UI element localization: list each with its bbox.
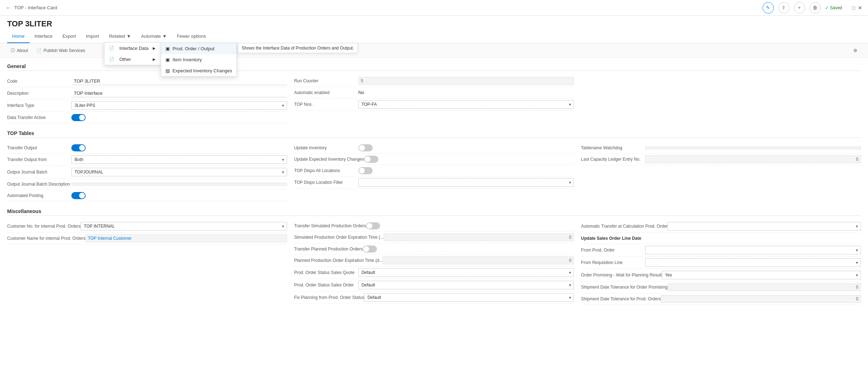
nav-tabs: Home Interface Export Import Related ▼ 📄…: [0, 30, 868, 43]
update-sales-title: Update Sales Order Line Date: [581, 236, 641, 241]
transfer-simulated-toggle[interactable]: [366, 222, 380, 229]
data-transfer-knob: [79, 115, 85, 120]
general-section: General Code Description Interface Type …: [7, 63, 861, 123]
output-journal-desc-value: [71, 183, 287, 186]
top-bar-actions: ✎ ⇧ + 🗑 ✓ Saved □ ✕: [762, 2, 863, 14]
top-nos-select[interactable]: TOP-FA: [358, 100, 574, 109]
data-transfer-label: Data Transfer Active: [7, 115, 71, 120]
automatic-enabled-field-row: Automatic enabled No: [294, 87, 574, 98]
top-dispo-filter-label: TOP Dispo Location Filter: [294, 180, 358, 185]
data-transfer-toggle[interactable]: [71, 114, 86, 121]
publish-web-services-button[interactable]: 📄 Publish Web Services: [33, 46, 89, 55]
prod-status-order-select[interactable]: Default: [358, 281, 574, 289]
update-sales-title-row: Update Sales Order Line Date: [581, 233, 861, 244]
transfer-simulated-row: Transfer Simulated Production Orders: [294, 220, 574, 232]
output-journal-select[interactable]: TOPJOURNAL: [71, 168, 287, 176]
customer-no-row: Customer No. for internal Prod. Orders T…: [7, 220, 287, 233]
interface-data-icon: 📄: [109, 46, 114, 51]
update-expected-toggle[interactable]: [364, 156, 378, 163]
back-button[interactable]: ←: [6, 5, 11, 11]
edit-button[interactable]: ✎: [762, 2, 774, 14]
update-inventory-toggle[interactable]: [358, 144, 373, 151]
delete-button[interactable]: 🗑: [810, 2, 821, 14]
prod-status-quote-select[interactable]: Default: [358, 268, 574, 277]
tab-interface[interactable]: Interface: [30, 30, 58, 43]
transfer-planned-knob: [363, 246, 369, 252]
description-input[interactable]: [71, 89, 287, 97]
auto-transfer-select[interactable]: [668, 222, 861, 231]
prod-status-order-label: Prod. Order Status Sales Order: [294, 283, 358, 288]
chevron-down-icon-2: ▼: [162, 33, 167, 39]
saved-status: ✓ Saved: [825, 5, 842, 10]
transfer-output-row: Transfer Output: [7, 142, 287, 154]
run-counter-label: Run Counter: [294, 78, 358, 83]
top-nos-select-wrap: TOP-FA ▼: [358, 100, 574, 109]
top-nos-label: TOP Nos.: [294, 102, 358, 107]
top-tables-section: TOP Tables Transfer Output Transfer Outp…: [7, 130, 861, 201]
tab-import[interactable]: Import: [81, 30, 104, 43]
update-inventory-knob: [359, 145, 365, 151]
general-col1: Code Description Interface Type 3Liter-P…: [7, 75, 287, 123]
shipment-date-prod-label: Shipment Date Tolerance for Prod. Orders: [581, 296, 661, 301]
from-requisition-wrap: ▼: [645, 258, 861, 267]
tablename-watchdog-row: Tablename Watchdog: [581, 142, 861, 154]
transfer-output-knob: [79, 145, 85, 151]
tab-export[interactable]: Export: [57, 30, 81, 43]
customer-no-label: Customer No. for internal Prod. Orders: [7, 224, 81, 229]
transfer-simulated-knob: [367, 223, 372, 229]
tab-fewer-options[interactable]: Fewer options: [172, 30, 211, 43]
from-requisition-label: From Requisition Line: [581, 260, 645, 265]
dropdown-item-interface-data[interactable]: 📄 Interface Data ► ▣ Prod. Order / Outpu…: [104, 43, 161, 54]
from-prod-order-wrap: ▼: [645, 246, 861, 254]
fix-planning-select[interactable]: Default: [364, 293, 574, 302]
from-prod-order-select[interactable]: [645, 246, 861, 254]
automatic-enabled-label: Automatic enabled: [294, 90, 358, 95]
customer-name-link[interactable]: TOP Internal Customer: [88, 236, 132, 241]
related-dropdown: 📄 Interface Data ► ▣ Prod. Order / Outpu…: [104, 42, 161, 65]
update-expected-label: Update Expected Inventory Changes: [294, 157, 364, 162]
last-capacity-label: Last Capacity Ledger Entry No.: [581, 157, 645, 162]
submenu-expected-inventory[interactable]: ▧ Expected Inventory Changes: [161, 65, 236, 76]
tablename-watchdog-value: [645, 146, 861, 149]
transfer-planned-toggle[interactable]: [363, 245, 377, 253]
share-button[interactable]: ⇧: [778, 2, 790, 14]
transfer-output-from-row: Transfer Output from Both ▼: [7, 154, 287, 166]
transfer-output-from-wrap: Both ▼: [71, 155, 287, 164]
general-col3: [581, 75, 861, 123]
tab-home[interactable]: Home: [7, 30, 30, 43]
close-button[interactable]: ✕: [858, 5, 862, 11]
output-journal-wrap: TOPJOURNAL ▼: [71, 168, 287, 176]
tab-related[interactable]: Related ▼ 📄 Interface Data ► ▣ Prod. Ord…: [104, 30, 136, 43]
transfer-output-from-select[interactable]: Both: [71, 155, 287, 164]
automated-posting-toggle[interactable]: [71, 192, 86, 199]
code-input[interactable]: [71, 77, 287, 85]
about-button[interactable]: ⓘ About: [7, 46, 31, 55]
top-nos-field-row: TOP Nos. TOP-FA ▼: [294, 98, 574, 111]
add-button[interactable]: +: [794, 2, 805, 14]
submenu-prod-order[interactable]: ▣ Prod. Order / Output: [161, 43, 236, 54]
simulated-expiration-value: 0: [384, 233, 574, 241]
misc-col1: Customer No. for internal Prod. Orders T…: [7, 220, 287, 305]
code-label: Code: [7, 79, 71, 84]
maximize-button[interactable]: □: [852, 5, 855, 11]
dropdown-item-other[interactable]: 📄 Other ►: [104, 54, 161, 65]
settings-button[interactable]: ⚙: [850, 46, 861, 55]
automated-posting-row: Automated Posting: [7, 190, 287, 201]
interface-type-select[interactable]: 3Liter-PPS: [71, 101, 287, 110]
top-dispo-all-toggle[interactable]: [358, 167, 373, 174]
prod-order-tooltip: Shows the Interface Data of Production O…: [238, 43, 358, 53]
from-requisition-select[interactable]: [645, 258, 861, 267]
top-dispo-filter-select[interactable]: [358, 178, 574, 187]
tab-automate[interactable]: Automate ▼: [136, 30, 172, 43]
transfer-output-toggle[interactable]: [71, 144, 86, 151]
customer-no-select[interactable]: TOP INTERNAL: [81, 222, 287, 231]
interface-type-select-wrap: 3Liter-PPS ▼: [71, 101, 287, 110]
interface-type-label: Interface Type: [7, 103, 71, 108]
output-journal-label: Output Journal Batch: [7, 170, 71, 175]
submenu-item-inventory[interactable]: ▣ Item Inventory: [161, 54, 236, 65]
top-tables-col2: Update Inventory Update Expected Invento…: [294, 142, 574, 201]
update-expected-row: Update Expected Inventory Changes: [294, 154, 574, 165]
order-promising-select[interactable]: Yes: [662, 271, 861, 279]
description-field-row: Description: [7, 87, 287, 99]
table-icon: ▧: [165, 68, 170, 73]
